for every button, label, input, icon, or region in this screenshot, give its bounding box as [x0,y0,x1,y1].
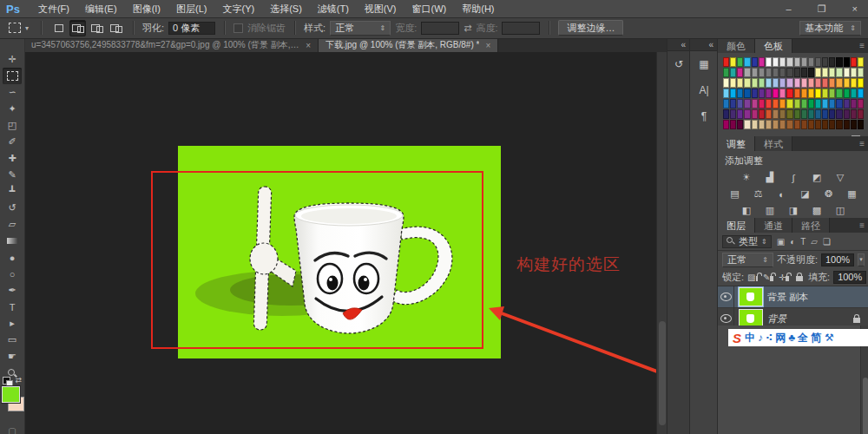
color-swatch[interactable] [744,78,750,88]
color-swatch[interactable] [786,89,792,98]
color-swatch[interactable] [851,89,857,98]
document-tab[interactable]: u=3457063756,2495833778&fm=27&gp=0.jpg @… [24,38,319,52]
color-swatch[interactable] [851,99,857,108]
color-swatch[interactable] [836,57,842,67]
color-swatch[interactable] [844,109,850,119]
scrollbar-thumb[interactable] [863,378,868,434]
color-swatch[interactable] [744,57,750,67]
color-swatch[interactable] [794,68,800,77]
tab-close-icon[interactable]: × [485,41,490,50]
color-balance[interactable]: ⚖ [750,187,767,201]
new-selection[interactable] [50,20,67,36]
color-swatch[interactable] [836,89,842,98]
color-swatch[interactable] [779,99,786,108]
color-swatch[interactable] [766,109,772,119]
antialias-checkbox[interactable] [233,23,243,33]
color-swatch[interactable] [808,57,814,67]
canvas-area[interactable]: 构建好的选区 [24,52,656,434]
magic-wand-tool[interactable]: ✦ [3,101,22,117]
color-swatch[interactable] [808,99,814,108]
color-swatch[interactable] [829,89,835,98]
color-swatch[interactable] [822,99,828,108]
lock-transparency-icon[interactable]: ▨ [747,272,758,282]
intersect-selection[interactable] [108,20,124,36]
eraser-tool[interactable]: ▱ [3,216,22,233]
color-swatch[interactable] [723,99,729,108]
color-swatch[interactable] [744,109,750,119]
menu-item[interactable]: 帮助(H) [454,0,502,17]
color-swatch[interactable] [815,78,821,88]
color-swatch[interactable] [858,68,864,77]
tab-close-icon[interactable]: × [306,41,311,50]
character-panel[interactable]: A| [690,77,718,103]
opacity-dropdown-icon[interactable]: ▾ [858,253,865,266]
color-swatch[interactable] [730,109,736,119]
color-swatch[interactable] [808,109,814,119]
color-swatch[interactable] [786,57,792,67]
color-swatch[interactable] [730,99,736,108]
quick-mask-button[interactable]: ▢ [8,426,16,434]
panel-menu-icon[interactable]: ≡ [855,136,868,151]
color-swatch[interactable] [723,57,729,67]
color-swatch[interactable] [730,78,736,88]
color-swatch[interactable] [786,109,792,119]
add-to-selection[interactable] [69,20,86,36]
threshold[interactable]: ◨ [785,204,802,217]
color-swatch[interactable] [744,120,750,129]
color-swatch[interactable] [773,89,779,98]
photo-filter[interactable]: ◪ [797,187,814,201]
lock-all-icon[interactable] [794,272,805,282]
color-swatch[interactable] [737,89,743,98]
move-tool[interactable]: ✛ [3,51,22,68]
color-swatch[interactable] [779,120,786,129]
clone-stamp-tool[interactable]: ┻ [3,183,22,200]
color-swatch[interactable] [815,109,821,119]
color-swatch[interactable] [794,99,800,108]
menu-item[interactable]: 文件(F) [30,0,77,17]
color-swatch[interactable] [858,120,864,129]
color-swatch[interactable] [851,109,857,119]
color-swatch[interactable] [759,78,765,88]
subtract-from-selection[interactable] [89,20,105,36]
menu-item[interactable]: 文字(Y) [214,0,262,17]
color-swatch[interactable] [836,78,842,88]
color-swatch[interactable] [773,99,779,108]
color-lookup[interactable]: ▦ [844,187,861,201]
color-swatch[interactable] [836,109,842,119]
panel-menu-icon[interactable]: ≡ [855,218,868,233]
color-swatch[interactable] [851,120,857,129]
color-swatch[interactable] [794,89,800,98]
brightness-contrast[interactable]: ☀ [738,171,755,184]
panel-tab[interactable]: 调整 [718,136,755,151]
color-swatch[interactable] [766,120,772,129]
color-swatch[interactable] [822,68,828,77]
default-colors-icon[interactable] [3,377,10,385]
foreground-color-swatch[interactable] [2,386,20,403]
workspace-switcher[interactable]: 基本功能 ⇕ [799,21,861,36]
black-white[interactable]: ◐ [773,187,791,201]
color-swatch[interactable] [779,68,786,77]
close-button[interactable]: × [852,3,858,15]
posterize[interactable]: ▥ [761,204,779,217]
color-swatch[interactable] [744,99,750,108]
color-swatch[interactable] [773,109,779,119]
color-swatch[interactable] [822,78,828,88]
blur-tool[interactable]: ● [3,249,22,266]
color-swatch[interactable] [730,89,736,98]
history-brush-tool[interactable]: ↺ [3,200,22,216]
layer-background-copy[interactable]: 背景 副本 [718,286,868,308]
color-swatch[interactable] [779,89,786,98]
opacity-input[interactable]: 100% [821,253,854,266]
levels[interactable]: ▟ [761,171,779,184]
minimize-button[interactable]: – [786,3,792,15]
swap-width-height-icon[interactable]: ⇄ [464,23,471,34]
panel-tab[interactable]: 图层 [718,218,755,233]
scrollbar-thumb[interactable] [659,321,666,425]
color-swatch[interactable] [815,57,821,67]
dodge-tool[interactable]: ○ [3,266,22,282]
color-swatch[interactable] [858,109,864,119]
height-input[interactable] [502,22,540,35]
color-swatch[interactable] [822,120,828,129]
color-swatch[interactable] [786,78,792,88]
color-swatch[interactable] [752,68,758,77]
